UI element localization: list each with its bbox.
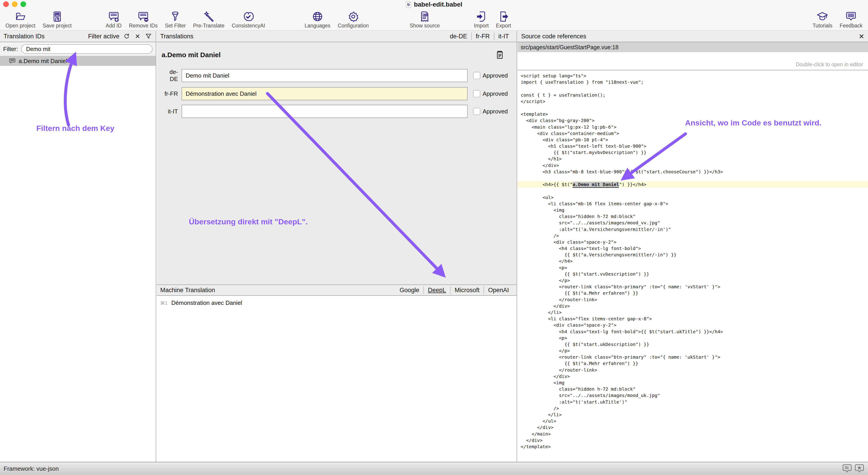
tutorials-button[interactable]: Tutorials [809, 10, 836, 29]
clear-filter-button[interactable]: ✕ [134, 33, 141, 40]
annotation-code-note: Ansicht, wo im Code es benutzt wird. [685, 118, 822, 127]
provider-tab-microsoft[interactable]: Microsoft [450, 286, 484, 294]
arrow-into-document-icon [475, 11, 487, 23]
feedback-button[interactable]: Feedback [836, 10, 866, 29]
filter-input[interactable] [21, 44, 153, 54]
floppy-disk-icon [51, 11, 63, 23]
babel-document-icon: b [406, 1, 411, 8]
filter-label: Filter: [3, 45, 18, 53]
locale-label: de-DE [162, 68, 178, 82]
machine-translation-results: ⌘1 Démonstration avec Daniel [157, 296, 517, 462]
translation-ids-panel: Translation IDs Filter active ✕ Filter: … [0, 31, 156, 462]
languages-button[interactable]: Languages [301, 10, 334, 29]
mt-suggestion-text: Démonstration avec Daniel [172, 299, 242, 306]
add-id-button[interactable]: Add ID [102, 10, 125, 29]
source-code: <script setup lang="ts">import { useTran… [521, 73, 868, 450]
mt-suggestion-row[interactable]: ⌘1 Démonstration avec Daniel [157, 299, 517, 306]
status-bar: Framework: vue-json [0, 462, 868, 475]
translation-input-de-DE[interactable] [182, 69, 468, 82]
refresh-filter-button[interactable] [123, 33, 130, 40]
file-reference-row[interactable]: src/pages/start/GuestStartPage.vue:18 [518, 42, 868, 52]
annotation-filter-note: Filtern nach dem Key [36, 124, 115, 133]
open-in-editor-hint: Double-click to open in editor [796, 62, 863, 68]
source-code-viewer[interactable]: <script setup lang="ts">import { useTran… [518, 70, 868, 462]
approx-bubble-icon[interactable] [842, 464, 852, 474]
translations-title: Translations [160, 33, 193, 40]
approved-checkbox-fr-FR[interactable] [473, 90, 480, 97]
provider-tab-google[interactable]: Google [395, 286, 423, 294]
title-bar: b babel-edit.babel [0, 0, 868, 10]
show-source-button[interactable]: Show source [406, 10, 443, 29]
close-icon[interactable]: ✕ [859, 32, 864, 40]
speech-bubble-icon [845, 11, 857, 23]
translation-id-label: a.Demo mit Daniel [19, 58, 67, 65]
star-bubble-icon[interactable] [855, 464, 864, 474]
locale-button-de-DE[interactable]: de-DE [445, 32, 471, 40]
source-references-title: Source code references [521, 33, 586, 40]
translation-ids-title: Translation IDs [4, 33, 45, 40]
locale-button-it-IT[interactable]: it-IT [494, 32, 513, 40]
brain-check-icon [242, 11, 254, 23]
entry-title: a.Demo mit Daniel [162, 51, 221, 59]
locale-label: it-IT [162, 108, 178, 115]
provider-tab-openai[interactable]: OpenAI [484, 286, 513, 294]
consistency-ai-button[interactable]: ConsistencyAI [228, 10, 269, 29]
arrow-out-of-document-icon [498, 11, 509, 23]
annotation-deepl-note: Übersetzung direkt mit "DeepL". [189, 217, 308, 226]
translation-input-fr-FR[interactable] [182, 87, 468, 100]
approved-checkbox-it-IT[interactable] [473, 108, 480, 115]
export-button[interactable]: Export [492, 10, 515, 29]
provider-tab-deepl[interactable]: DeepL [423, 286, 450, 294]
globe-icon [312, 11, 323, 23]
window-title: b babel-edit.babel [406, 1, 462, 8]
locale-label: fr-FR [162, 90, 178, 97]
document-eye-icon [419, 11, 431, 23]
save-project-button[interactable]: Save project [39, 10, 75, 29]
translation-input-it-IT[interactable] [182, 105, 468, 118]
locale-button-fr-FR[interactable]: fr-FR [471, 32, 494, 40]
notes-icon[interactable] [495, 50, 505, 60]
open-folder-icon [14, 11, 26, 23]
minimize-window-button[interactable] [12, 1, 18, 7]
machine-translation-title: Machine Translation [160, 287, 215, 294]
magic-wand-icon [203, 11, 215, 23]
translation-row-fr-FR: fr-FR Approved [157, 87, 517, 100]
approved-label: Approved [483, 90, 508, 97]
close-window-button[interactable] [3, 1, 9, 7]
import-button[interactable]: Import [470, 10, 492, 29]
refresh-icon [123, 33, 130, 40]
open-project-button[interactable]: Open project [2, 10, 39, 29]
translation-id-list-item[interactable]: a.Demo mit Daniel [0, 56, 156, 66]
remove-ids-button[interactable]: Remove IDs [125, 10, 161, 29]
funnel-small-icon [145, 33, 152, 40]
funnel-icon [169, 11, 181, 23]
source-code-references-panel: Source code references ✕ src/pages/start… [518, 31, 868, 462]
translation-row-de-DE: de-DE Approved [157, 68, 517, 82]
translation-row-it-IT: it-IT Approved [157, 105, 517, 118]
approved-checkbox-de-DE[interactable] [473, 72, 480, 79]
approved-label: Approved [483, 72, 508, 79]
zoom-window-button[interactable] [21, 1, 26, 7]
configuration-button[interactable]: Configuration [334, 10, 372, 29]
main-toolbar: Open project Save project Add ID Remove … [0, 10, 868, 31]
shortcut-badge: ⌘1 [160, 300, 168, 306]
gear-icon [347, 11, 359, 23]
filter-menu-button[interactable] [145, 33, 152, 40]
approved-label: Approved [483, 108, 508, 115]
comment-plus-icon [108, 11, 120, 23]
file-reference-label: src/pages/start/GuestStartPage.vue:18 [521, 44, 619, 50]
svg-text:b: b [407, 2, 410, 7]
traffic-lights [3, 1, 26, 7]
pre-translate-button[interactable]: Pre-Translate [189, 10, 228, 29]
set-filter-button[interactable]: Set Filter [161, 10, 189, 29]
comment-minus-icon [137, 11, 149, 23]
graduation-cap-icon [816, 11, 828, 23]
comment-icon [9, 57, 16, 65]
framework-label: Framework: vue-json [4, 465, 59, 472]
translations-panel: Translations de-DE fr-FR it-IT a.Demo mi… [157, 31, 517, 462]
filter-active-label: Filter active [88, 33, 119, 40]
